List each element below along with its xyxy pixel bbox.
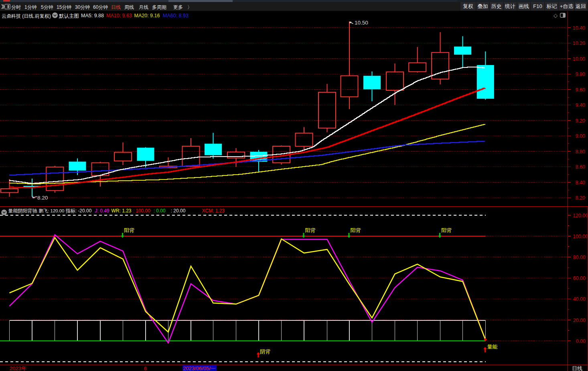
- svg-text:60.00: 60.00: [573, 275, 586, 281]
- svg-text:日线: 日线: [572, 365, 582, 371]
- svg-text:: 100.00: : 100.00: [133, 208, 151, 214]
- svg-text:40.00: 40.00: [573, 296, 586, 302]
- svg-text:阳背: 阳背: [441, 227, 452, 233]
- svg-text:: 20.00: : 20.00: [171, 208, 186, 214]
- svg-text:阳背: 阳背: [124, 227, 134, 233]
- svg-text:0.00: 0.00: [576, 338, 586, 344]
- svg-text:量能阴阳背驰: 量能阴阳背驰: [8, 208, 38, 214]
- svg-text:J: 0.49: J: 0.49: [95, 208, 109, 214]
- svg-text:9.40: 9.40: [576, 102, 585, 108]
- svg-text:: 0.00: : 0.00: [154, 208, 166, 214]
- svg-text:2023/06/05/一: 2023/06/05/一: [183, 365, 216, 371]
- svg-text:9.20: 9.20: [576, 118, 585, 124]
- svg-text:阳背: 阳背: [305, 227, 316, 233]
- svg-text:8.20: 8.20: [576, 195, 585, 201]
- svg-text:120.00: 120.00: [573, 213, 588, 218]
- svg-text:8.80: 8.80: [576, 149, 585, 155]
- svg-text:XCM: 1.23: XCM: 1.23: [202, 208, 225, 214]
- svg-text:指标: -20.00: 指标: -20.00: [65, 208, 92, 214]
- svg-text:9.00: 9.00: [576, 133, 585, 139]
- svg-text:10.40: 10.40: [573, 25, 585, 31]
- svg-text:阳背: 阳背: [351, 227, 361, 233]
- svg-text:8.20: 8.20: [37, 195, 48, 201]
- svg-text:10.50: 10.50: [355, 20, 368, 26]
- svg-text:2023年: 2023年: [10, 365, 26, 371]
- svg-text:20.00: 20.00: [573, 318, 586, 323]
- svg-text:8.40: 8.40: [576, 180, 585, 186]
- svg-text:9.60: 9.60: [576, 87, 585, 93]
- svg-text:10.20: 10.20: [573, 41, 585, 46]
- svg-text:8.60: 8.60: [576, 164, 585, 170]
- svg-text:量能: 量能: [487, 344, 498, 350]
- svg-text:80.00: 80.00: [573, 255, 586, 260]
- svg-text:6: 6: [144, 365, 147, 371]
- svg-text:鹏飞: 120.00: 鹏飞: 120.00: [39, 208, 65, 213]
- svg-text:WR: 1.23: WR: 1.23: [112, 208, 132, 214]
- svg-text:10.00: 10.00: [573, 56, 585, 62]
- svg-text:9.80: 9.80: [576, 71, 585, 77]
- svg-text:100.00: 100.00: [573, 234, 588, 239]
- svg-text:阴背: 阴背: [260, 349, 270, 355]
